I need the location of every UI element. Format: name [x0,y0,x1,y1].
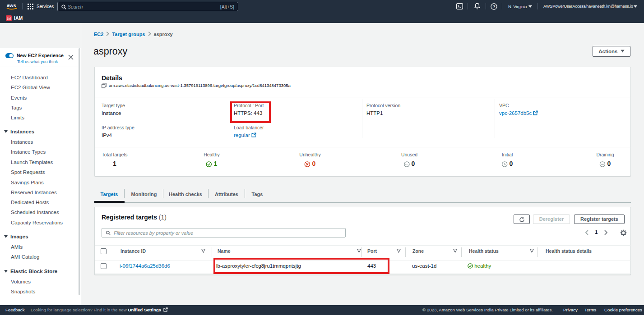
svg-text:?: ? [493,5,496,9]
svg-text:aws: aws [7,3,16,8]
